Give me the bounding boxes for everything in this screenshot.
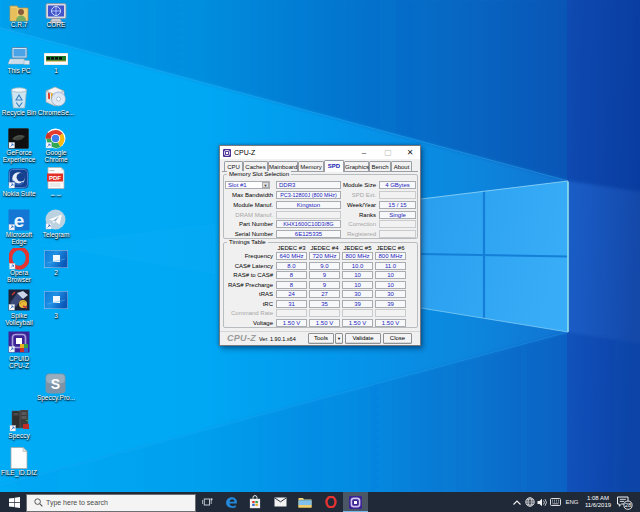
svg-text:PDF: PDF	[49, 175, 61, 181]
svg-text:28: 28	[624, 502, 630, 508]
svg-text:S: S	[51, 376, 60, 392]
svg-text:e: e	[14, 210, 25, 231]
